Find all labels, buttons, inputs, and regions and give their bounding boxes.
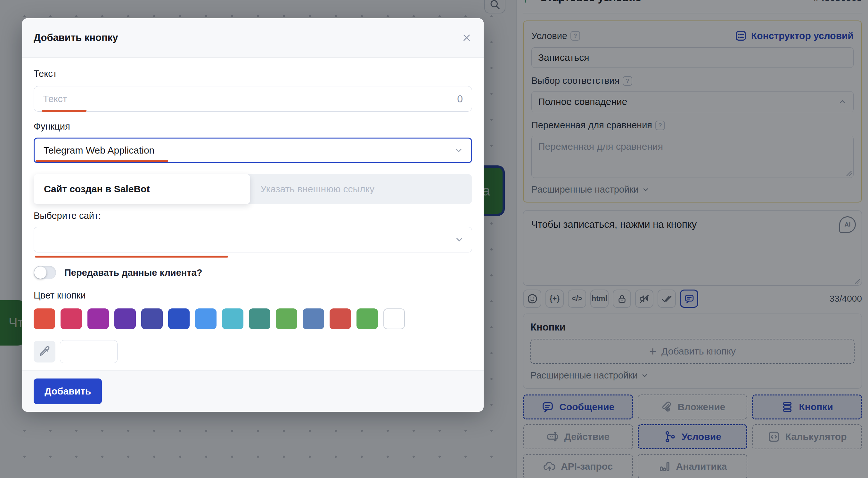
- function-select-value: Telegram Web Application: [43, 145, 154, 156]
- color-swatch[interactable]: [330, 308, 351, 329]
- tab-external-link[interactable]: Указать внешнюю ссылку: [250, 174, 385, 204]
- close-icon[interactable]: [461, 32, 472, 43]
- eyedropper-button[interactable]: [34, 341, 55, 363]
- color-swatch[interactable]: [34, 308, 55, 329]
- link-source-tabs: Сайт создан в SaleBotУказать внешнюю ссы…: [34, 174, 472, 204]
- color-swatch[interactable]: [141, 308, 163, 329]
- color-swatch[interactable]: [222, 308, 243, 329]
- function-select[interactable]: Telegram Web Application: [34, 138, 472, 163]
- pass-client-data-toggle[interactable]: [34, 266, 56, 279]
- modal-header: Добавить кнопку: [22, 18, 484, 58]
- required-indicator: [42, 110, 87, 112]
- text-field-label: Текст: [34, 68, 472, 79]
- color-swatch[interactable]: [383, 308, 405, 329]
- tab-salebot-site[interactable]: Сайт создан в SaleBot: [34, 174, 250, 204]
- screen: Чт а Стартовое условие #436363: [0, 0, 868, 478]
- modal-title: Добавить кнопку: [34, 32, 118, 43]
- chevron-down-icon: [454, 145, 463, 155]
- function-field-label: Функция: [34, 121, 472, 132]
- custom-color-input[interactable]: [60, 340, 118, 363]
- color-section-label: Цвет кнопки: [34, 290, 472, 301]
- modal-footer: Добавить: [22, 370, 484, 412]
- color-swatch[interactable]: [303, 308, 324, 329]
- site-field-label: Выберите сайт:: [34, 210, 472, 221]
- required-indicator: [35, 255, 228, 258]
- color-swatch[interactable]: [61, 308, 82, 329]
- color-swatch[interactable]: [168, 308, 190, 329]
- toggle-knob: [34, 267, 46, 279]
- color-swatch[interactable]: [114, 308, 136, 329]
- chevron-down-icon: [455, 235, 464, 244]
- eyedropper-icon: [38, 346, 51, 358]
- button-text-input[interactable]: Текст 0: [34, 86, 472, 112]
- submit-add-button[interactable]: Добавить: [34, 378, 102, 404]
- required-indicator: [36, 160, 168, 162]
- color-swatch[interactable]: [249, 308, 270, 329]
- color-swatch[interactable]: [88, 308, 109, 329]
- color-swatches: [34, 308, 472, 329]
- pass-client-data-label: Передавать данные клиента?: [64, 268, 202, 278]
- add-button-modal: Добавить кнопку Текст Текст 0 Функция Te…: [22, 18, 484, 406]
- color-swatch[interactable]: [276, 308, 297, 329]
- text-char-counter: 0: [457, 93, 463, 105]
- text-input-placeholder: Текст: [43, 94, 67, 104]
- modal-body: Текст Текст 0 Функция Telegram Web Appli…: [22, 58, 484, 363]
- color-swatch[interactable]: [195, 308, 217, 329]
- site-select[interactable]: [34, 227, 472, 252]
- color-swatch[interactable]: [356, 308, 378, 329]
